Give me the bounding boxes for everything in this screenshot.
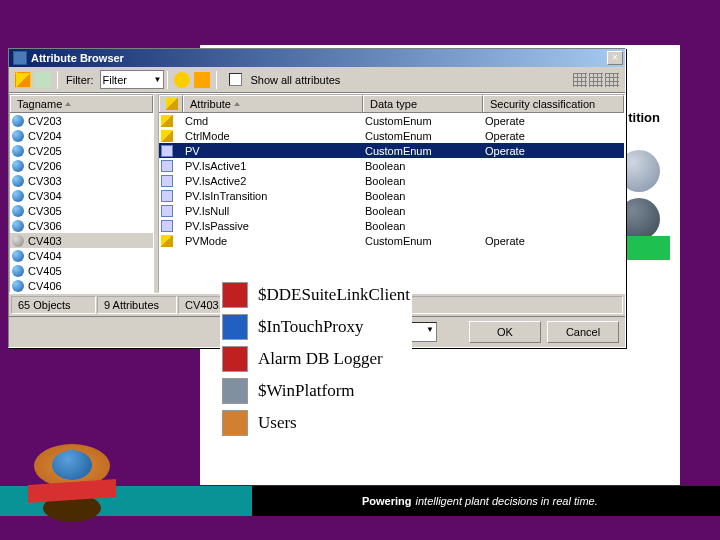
tag-icon	[12, 280, 24, 292]
attribute-row[interactable]: CtrlModeCustomEnumOperate	[159, 128, 624, 143]
window-title: Attribute Browser	[31, 52, 607, 64]
tagname-row[interactable]: CV406	[10, 278, 153, 292]
tagname-row[interactable]: CV304	[10, 188, 153, 203]
refresh-icon[interactable]	[35, 72, 51, 88]
attribute-icon	[161, 115, 173, 127]
attribute-row[interactable]: PV.IsActive2Boolean	[159, 173, 624, 188]
wonderworld-badge	[28, 444, 116, 522]
view-details-icon[interactable]	[605, 73, 619, 87]
attribute-icon	[161, 145, 173, 157]
tag-icon	[12, 145, 24, 157]
object-icon	[222, 378, 248, 404]
object-list: $DDESuiteLinkClient$InTouchProxyAlarm DB…	[220, 278, 412, 440]
ok-button[interactable]: OK	[469, 321, 541, 343]
window-icon	[13, 51, 27, 65]
attribute-icon	[161, 220, 173, 232]
tag-icon[interactable]	[15, 72, 31, 88]
tag-icon	[12, 220, 24, 232]
attribute-icon	[161, 205, 173, 217]
show-all-checkbox[interactable]	[229, 73, 242, 86]
attribute-column-header[interactable]: Attribute	[183, 95, 363, 112]
attribute-row[interactable]: PV.IsInTransitionBoolean	[159, 188, 624, 203]
tagname-row[interactable]: CV203	[10, 113, 153, 128]
tag-icon	[12, 130, 24, 142]
partial-text: tition	[628, 110, 660, 125]
sort-asc-icon	[234, 102, 240, 106]
object-icon	[222, 314, 248, 340]
attribute-row[interactable]: PV.IsNullBoolean	[159, 203, 624, 218]
object-list-item[interactable]: $DDESuiteLinkClient	[222, 280, 410, 310]
titlebar: Attribute Browser ×	[9, 49, 625, 67]
chevron-down-icon[interactable]: ▼	[154, 75, 162, 84]
close-button[interactable]: ×	[607, 51, 623, 65]
show-all-label: Show all attributes	[250, 74, 340, 86]
attribute-icon	[161, 190, 173, 202]
tagname-row[interactable]: CV403	[10, 233, 153, 248]
status-attributes: 9 Attributes	[97, 296, 177, 314]
chevron-down-icon[interactable]: ▼	[426, 325, 434, 334]
attribute-row[interactable]: PV.IsActive1Boolean	[159, 158, 624, 173]
filter-label: Filter:	[66, 74, 94, 86]
attribute-row[interactable]: PVModeCustomEnumOperate	[159, 233, 624, 248]
toolbar: Filter: ▼ Show all attributes	[9, 67, 625, 93]
footer-tagline: Poweringintelligent plant decisions in r…	[252, 486, 720, 516]
tag-icon	[12, 235, 24, 247]
tag-icon	[12, 265, 24, 277]
filter-config-icon[interactable]	[174, 72, 190, 88]
tag-icon	[12, 115, 24, 127]
object-icon	[222, 282, 248, 308]
tagname-pane: Tagname CV203CV204CV205CV206CV303CV304CV…	[9, 94, 154, 293]
tag-icon	[12, 250, 24, 262]
tagname-row[interactable]: CV204	[10, 128, 153, 143]
object-list-item[interactable]: $WinPlatform	[222, 376, 410, 406]
sort-asc-icon	[65, 102, 71, 106]
status-objects: 65 Objects	[11, 296, 96, 314]
object-icon	[222, 346, 248, 372]
object-icon	[222, 410, 248, 436]
attribute-row[interactable]: CmdCustomEnumOperate	[159, 113, 624, 128]
object-list-item[interactable]: $InTouchProxy	[222, 312, 410, 342]
attribute-icon	[161, 175, 173, 187]
tag-icon	[12, 190, 24, 202]
tag-icon	[12, 160, 24, 172]
security-column-header[interactable]: Security classification	[483, 95, 624, 112]
tagname-row[interactable]: CV305	[10, 203, 153, 218]
check-icon[interactable]	[194, 72, 210, 88]
tagname-row[interactable]: CV205	[10, 143, 153, 158]
tagname-row[interactable]: CV206	[10, 158, 153, 173]
cancel-button[interactable]: Cancel	[547, 321, 619, 343]
icon-column-header[interactable]	[159, 95, 183, 112]
attribute-icon	[161, 235, 173, 247]
attribute-row[interactable]: PVCustomEnumOperate	[159, 143, 624, 158]
attribute-icon	[161, 160, 173, 172]
object-list-item[interactable]: Alarm DB Logger	[222, 344, 410, 374]
attribute-row[interactable]: PV.IsPassiveBoolean	[159, 218, 624, 233]
tagname-row[interactable]: CV303	[10, 173, 153, 188]
tagname-row[interactable]: CV404	[10, 248, 153, 263]
tagname-row[interactable]: CV306	[10, 218, 153, 233]
view-grid-icon[interactable]	[573, 73, 587, 87]
tag-icon	[12, 205, 24, 217]
object-list-item[interactable]: Users	[222, 408, 410, 438]
view-list-icon[interactable]	[589, 73, 603, 87]
tagname-column-header[interactable]: Tagname	[10, 95, 153, 112]
attribute-pane: Attribute Data type Security classificat…	[158, 94, 625, 293]
tag-icon	[12, 175, 24, 187]
datatype-column-header[interactable]: Data type	[363, 95, 483, 112]
attribute-icon	[161, 130, 173, 142]
tagname-row[interactable]: CV405	[10, 263, 153, 278]
